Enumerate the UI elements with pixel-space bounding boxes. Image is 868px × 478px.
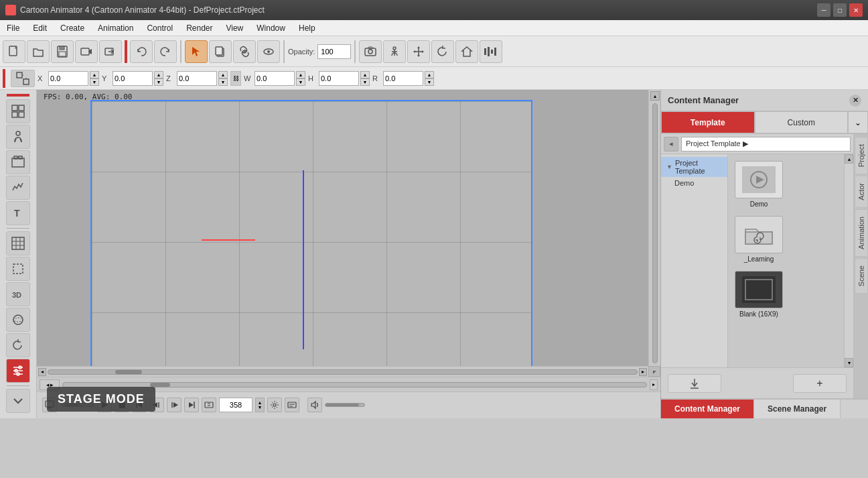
r-down[interactable]: ▼ [425,78,434,86]
w-up[interactable]: ▲ [296,71,305,78]
w-input[interactable] [255,71,295,86]
menu-view[interactable]: View [219,20,250,36]
go-end-button[interactable] [184,398,199,412]
corner-scroll-button[interactable]: ◤ [648,366,660,377]
h-up[interactable]: ▲ [360,71,370,78]
sidebar-down-arrow-button[interactable] [6,389,30,413]
cm-scroll-track[interactable] [845,164,853,358]
menu-file[interactable]: File [0,20,26,36]
z-spinner[interactable]: ▲▼ [218,71,228,86]
custom-tab[interactable]: Custom [755,111,849,133]
save-file-button[interactable] [51,40,74,63]
sidebar-view-button[interactable] [6,99,30,123]
tree-item-project-template[interactable]: ▼ Project Template [661,157,727,177]
audio-button[interactable] [307,398,322,412]
sidebar-select-region-button[interactable] [6,257,30,281]
x-input[interactable] [48,71,88,86]
open-file-button[interactable] [27,40,50,63]
sidebar-3d-button[interactable]: 3D [6,282,30,306]
sidebar-character-button[interactable] [6,125,30,149]
sidebar-motion-button[interactable] [6,176,30,200]
z-input[interactable] [177,71,217,86]
redo-button[interactable] [154,40,177,63]
y-down[interactable]: ▼ [154,78,163,86]
timeline-button[interactable] [480,40,502,63]
template-tab[interactable]: Template [661,111,755,133]
frame-down-icon[interactable]: ▼ [258,405,263,410]
cm-scroll-up-button[interactable]: ▴ [845,154,853,164]
grid-item-learning[interactable]: _Learning [732,213,786,265]
canvas-vscroll[interactable]: ▴ ▾ [648,90,660,377]
stage-canvas[interactable] [90,100,532,378]
x-down[interactable]: ▼ [90,78,99,86]
maximize-button[interactable]: □ [833,3,847,17]
h-down[interactable]: ▼ [360,78,370,86]
undo-button[interactable] [130,40,153,63]
timeline-scroll-right[interactable]: ▸ [650,379,658,390]
x-spinner[interactable]: ▲▼ [90,71,99,86]
rotate-button[interactable] [431,40,454,63]
cm-download-button[interactable] [668,374,721,393]
r-input[interactable] [383,71,423,86]
breadcrumb-back-button[interactable]: ◂ [664,137,678,152]
frame-up-icon[interactable]: ▲ [258,400,263,405]
canvas-hscroll[interactable]: ◂ ▸ [37,366,648,377]
opacity-input[interactable] [317,44,351,59]
hscroll-left-button[interactable]: ◂ [38,368,46,376]
hscroll-track[interactable] [48,369,638,375]
menu-create[interactable]: Create [54,20,91,36]
z-up[interactable]: ▲ [218,71,228,78]
canvas-area[interactable]: FPS: 0.00, AVG: 0.00 STAGE MODE ◂ ▸ ▴ ▾ … [37,90,660,418]
frame-input[interactable] [219,398,252,412]
vtab-animation[interactable]: Animation [855,209,868,257]
frame-spinner[interactable]: ▲ ▼ [255,398,265,412]
y-input[interactable] [113,71,153,86]
move-button[interactable] [407,40,430,63]
new-file-button[interactable] [3,40,25,63]
cm-add-button[interactable]: + [793,374,847,393]
h-input[interactable] [319,71,359,86]
minimize-button[interactable]: ─ [817,3,830,17]
cm-grid[interactable]: Demo [728,154,844,367]
r-spinner[interactable]: ▲▼ [425,71,434,86]
w-down[interactable]: ▼ [296,78,305,86]
menu-animation[interactable]: Animation [91,20,140,36]
home-button[interactable] [455,40,478,63]
y-spinner[interactable]: ▲▼ [154,71,163,86]
content-manager-close-button[interactable]: ✕ [849,95,861,107]
cm-scroll-down-button[interactable]: ▾ [845,358,853,367]
cm-tab-menu-button[interactable]: ⌄ [848,111,868,133]
vtab-project[interactable]: Project [855,137,868,174]
audio-track[interactable] [325,403,365,407]
w-spinner[interactable]: ▲▼ [296,71,305,86]
r-up[interactable]: ▲ [425,71,434,78]
export-button[interactable] [99,40,122,63]
sidebar-text-button[interactable]: T [6,201,30,225]
link-transform-icon[interactable]: ⛓ [230,71,241,86]
vtab-scene[interactable]: Scene [855,258,868,294]
camera-button[interactable] [359,40,382,63]
close-button[interactable]: ✕ [849,3,863,17]
z-down[interactable]: ▼ [218,78,228,86]
sidebar-scene-button[interactable] [6,150,30,174]
x-up[interactable]: ▲ [90,71,99,78]
content-manager-tab[interactable]: Content Manager [661,400,754,418]
sidebar-grid-button[interactable] [6,231,30,255]
link-button[interactable] [233,40,256,63]
select-tool-button[interactable] [185,40,208,63]
grid-item-blank-16x9[interactable]: Blank (16X9) [732,268,786,320]
grid-item-demo[interactable]: Demo [732,158,786,211]
vscroll-up-button[interactable]: ▴ [650,91,660,101]
transform-mode-button[interactable] [11,70,35,87]
tree-item-demo[interactable]: Demo [661,177,727,189]
menu-edit[interactable]: Edit [26,20,54,36]
scene-manager-tab[interactable]: Scene Manager [754,400,841,418]
loop-button[interactable] [202,398,216,412]
menu-help[interactable]: Help [292,20,322,36]
menu-control[interactable]: Control [140,20,179,36]
vtab-actor[interactable]: Actor [855,176,868,208]
vscroll-track[interactable] [652,103,658,363]
playback-settings-button[interactable] [267,398,282,412]
sidebar-settings-button[interactable] [6,359,30,383]
anchor-button[interactable] [383,40,406,63]
